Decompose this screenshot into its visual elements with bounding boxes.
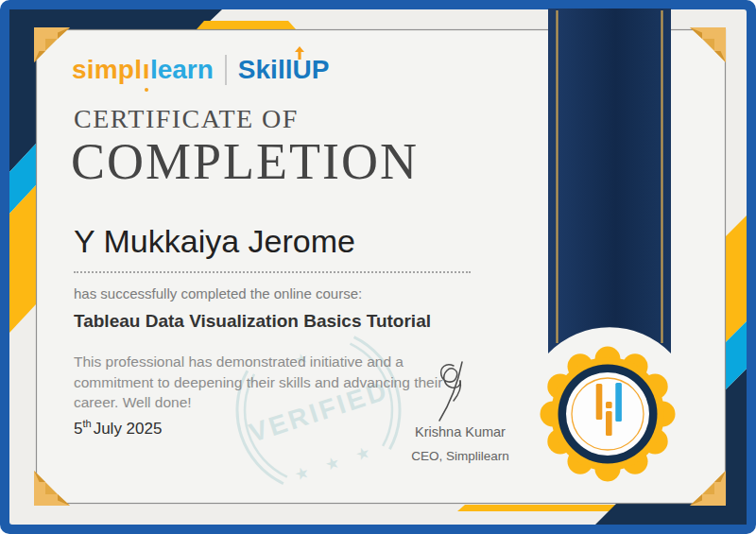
logo-simpl: simpl	[72, 55, 142, 85]
skillup-u: U	[292, 55, 311, 85]
signer-title: CEO, Simplilearn	[385, 449, 536, 463]
heading-certificate-of: CERTIFICATE OF	[74, 104, 299, 134]
skillup-arrow-icon	[295, 46, 304, 60]
skillup-logo: SkillUP	[225, 55, 330, 85]
signer-block: Krishna Kumar CEO, Simplilearn	[385, 424, 536, 463]
date-suffix: th	[82, 418, 91, 429]
heading-completion: COMPLETION	[71, 132, 419, 191]
congratulation-message: This professional has demonstrated initi…	[74, 352, 444, 413]
logo-i: ı	[143, 55, 150, 85]
certificate: ★ VERIFIED ★ ★ ★	[0, 0, 756, 534]
logo-i-dot	[145, 88, 148, 92]
completion-line: has successfully completed the online co…	[74, 285, 362, 301]
date-rest: July 2025	[94, 420, 163, 438]
certificate-canvas: ★ VERIFIED ★ ★ ★	[0, 0, 756, 534]
recipient-name: Y Mukkaiya Jerome	[74, 223, 355, 260]
ribbon	[548, 9, 671, 353]
signer-name: Krishna Kumar	[385, 424, 536, 439]
completion-date: 5thJuly 2025	[74, 418, 162, 439]
skillup-p: P	[312, 55, 330, 85]
name-underline	[74, 271, 471, 273]
logo-learn: learn	[150, 55, 214, 85]
skillup-skill: Skill	[238, 55, 293, 85]
course-title: Tableau Data Visualization Basics Tutori…	[74, 311, 431, 332]
simplilearn-logo: simplılearn SkillUP	[72, 55, 329, 85]
